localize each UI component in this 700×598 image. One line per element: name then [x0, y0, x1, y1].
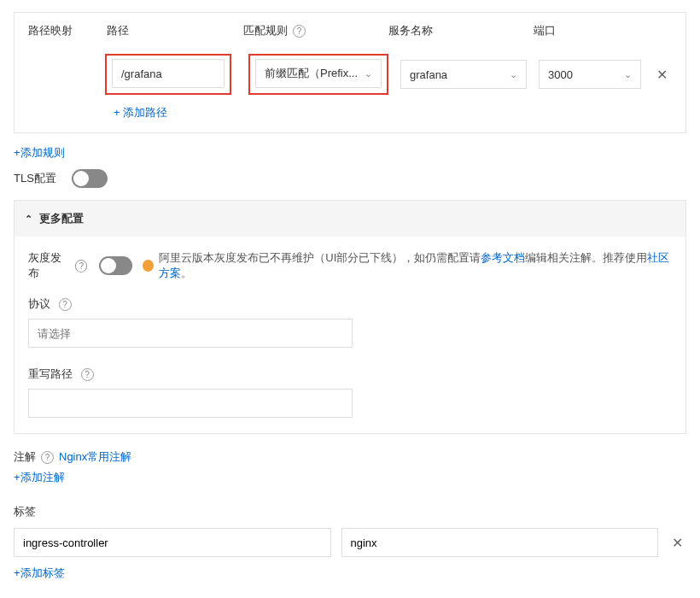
header-path: 路径	[107, 23, 243, 38]
header-mapping: 路径映射	[28, 23, 107, 38]
gray-label: 灰度发布	[28, 250, 70, 281]
help-icon[interactable]: ?	[41, 451, 54, 464]
rewrite-input[interactable]	[28, 389, 353, 418]
chevron-down-icon: ⌄	[624, 69, 632, 80]
tags-label: 标签	[14, 504, 686, 519]
protocol-label: 协议	[28, 297, 50, 310]
tag-key-input[interactable]	[14, 528, 331, 557]
add-path-link[interactable]: + 添加路径	[114, 106, 167, 119]
remove-path-icon[interactable]: ✕	[653, 67, 671, 83]
rule-select[interactable]: 前缀匹配（Prefix... ⌄	[255, 59, 382, 88]
chevron-down-icon: ⌄	[510, 69, 517, 80]
nginx-annotations-link[interactable]: Nginx常用注解	[59, 449, 131, 465]
more-settings-panel: ⌃ 更多配置 灰度发布 ? 阿里云版本灰度发布已不再维护（UI部分已下线），如仍…	[14, 200, 686, 434]
tls-label: TLS配置	[14, 171, 56, 186]
path-mapping-card: 路径映射 路径 匹配规则 ? 服务名称 端口 前缀匹配（Prefix... ⌄	[14, 12, 686, 133]
tag-row: ✕	[14, 528, 686, 557]
more-settings-header[interactable]: ⌃ 更多配置	[15, 201, 685, 237]
tls-toggle[interactable]	[72, 169, 108, 188]
help-icon[interactable]: ?	[293, 25, 306, 38]
doc-link[interactable]: 参考文档	[481, 251, 525, 264]
protocol-select[interactable]	[28, 319, 353, 348]
path-row: 前缀匹配（Prefix... ⌄ grafana ⌄ 3000 ⌄ ✕	[28, 54, 672, 95]
add-annotation-link[interactable]: +添加注解	[14, 471, 65, 484]
chevron-down-icon: ⌄	[365, 68, 372, 79]
help-icon[interactable]: ?	[75, 260, 87, 273]
header-port: 端口	[534, 23, 636, 38]
path-mapping-headers: 路径映射 路径 匹配规则 ? 服务名称 端口	[28, 23, 672, 38]
remove-tag-icon[interactable]: ✕	[668, 535, 686, 551]
rewrite-label: 重写路径	[28, 367, 73, 380]
highlight-rule: 前缀匹配（Prefix... ⌄	[248, 54, 388, 95]
add-rule-link[interactable]: +添加规则	[14, 146, 65, 159]
service-select[interactable]: grafana ⌄	[400, 60, 527, 89]
header-service: 服务名称	[388, 23, 534, 38]
path-input[interactable]	[112, 59, 225, 88]
warning-icon	[143, 260, 154, 272]
tag-value-input[interactable]	[341, 528, 659, 557]
help-icon[interactable]: ?	[59, 298, 72, 311]
annotate-label: 注解	[14, 449, 36, 465]
chevron-up-icon: ⌃	[25, 214, 32, 225]
highlight-path	[105, 54, 231, 95]
help-icon[interactable]: ?	[81, 368, 94, 381]
add-tag-link[interactable]: +添加标签	[14, 566, 65, 579]
gray-toggle[interactable]	[99, 256, 133, 275]
header-rule: 匹配规则 ?	[243, 23, 388, 38]
port-select[interactable]: 3000 ⌄	[539, 60, 641, 89]
gray-warning-text: 阿里云版本灰度发布已不再维护（UI部分已下线），如仍需配置请参考文档编辑相关注解…	[159, 250, 672, 281]
